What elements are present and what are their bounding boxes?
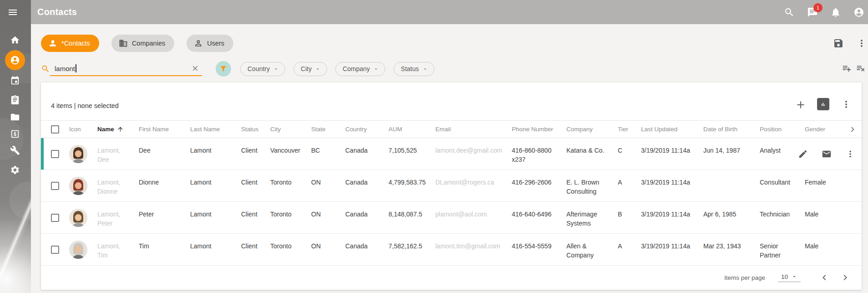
- cell-last-updated: 3/19/2019 11:14a: [641, 170, 703, 201]
- kebab-icon: [845, 149, 855, 159]
- column-header-status[interactable]: Status: [241, 126, 270, 133]
- column-header-position[interactable]: Position: [760, 126, 805, 133]
- column-header-tier[interactable]: Tier: [618, 126, 641, 133]
- account-icon[interactable]: [853, 7, 864, 18]
- chart-view-button[interactable]: [817, 98, 829, 110]
- table-row[interactable]: Lamont, TimTimLamontClientTorontoONCanad…: [41, 234, 862, 266]
- table-row[interactable]: Lamont, DeeDeeLamontClientVancouverBCCan…: [41, 138, 862, 170]
- row-checkbox[interactable]: [51, 182, 59, 190]
- playlist-remove-button[interactable]: [856, 63, 866, 73]
- sidebar-item-tools[interactable]: [5, 140, 25, 160]
- caret-down-icon: [273, 66, 279, 72]
- items-per-page-value: 10: [781, 273, 788, 280]
- view-overflow-menu-button[interactable]: [856, 38, 867, 49]
- row-overflow-menu-button[interactable]: [845, 149, 855, 159]
- tab-companies[interactable]: Companies: [111, 35, 174, 52]
- filter-dropdown-city[interactable]: City: [293, 62, 327, 76]
- cell-city: Vancouver: [270, 138, 311, 170]
- cell-name: Lamont, Dionne: [97, 170, 139, 201]
- column-header-state[interactable]: State: [311, 126, 345, 133]
- cell-tier: A: [618, 170, 641, 201]
- row-checkbox[interactable]: [51, 214, 59, 222]
- hamburger-menu-icon[interactable]: [7, 7, 18, 18]
- clipboard-icon: [10, 95, 20, 105]
- filter-dropdown-status[interactable]: Status: [394, 62, 434, 76]
- cell-country: Canada: [345, 170, 389, 201]
- column-header-email[interactable]: Email: [435, 126, 512, 133]
- search-input[interactable]: lamont: [50, 62, 202, 76]
- column-header-city[interactable]: City: [270, 126, 311, 133]
- select-all-checkbox[interactable]: [51, 125, 59, 134]
- cell-last-updated: 3/19/2019 11:14a: [641, 202, 703, 233]
- cell-last-name: Lamont: [190, 138, 241, 170]
- table-row[interactable]: Lamont, DionneDionneLamontClientTorontoO…: [41, 170, 862, 202]
- items-per-page-label: Items per page: [724, 274, 765, 281]
- cell-status: Client: [241, 202, 270, 233]
- tab-contacts[interactable]: *Contacts: [41, 35, 99, 52]
- column-header-aum[interactable]: AUM: [389, 126, 435, 133]
- calendar-icon: [10, 76, 20, 86]
- add-contact-button[interactable]: [795, 99, 806, 110]
- cell-tier: C: [618, 138, 641, 170]
- filter-button[interactable]: [216, 61, 231, 77]
- cell-email: DLamont@rogers.ca: [435, 170, 512, 201]
- chat-icon[interactable]: 1: [807, 7, 818, 18]
- tab-label: Users: [207, 40, 224, 47]
- column-header-icon[interactable]: Icon: [69, 126, 97, 133]
- cell-country: Canada: [345, 138, 389, 170]
- cell-phone: 416-554-5559: [512, 234, 566, 265]
- playlist-add-button[interactable]: [842, 63, 852, 73]
- bar-chart-icon: [820, 100, 827, 109]
- svg-text:$: $: [14, 131, 16, 137]
- list-overflow-menu-button[interactable]: [841, 99, 852, 110]
- page-title: Contacts: [37, 0, 77, 24]
- cell-position: Technician: [760, 202, 805, 233]
- column-header-first-name[interactable]: First Name: [139, 126, 190, 133]
- column-header-last-updated[interactable]: Last Updated: [641, 126, 703, 133]
- table-row[interactable]: Lamont, PeterPeterLamontClientTorontoONC…: [41, 202, 862, 234]
- save-button[interactable]: [833, 38, 844, 49]
- email-contact-button[interactable]: [822, 149, 832, 159]
- column-header-gender[interactable]: Gender: [805, 126, 848, 133]
- cell-status: Client: [241, 234, 270, 265]
- sidebar-item-contacts[interactable]: [5, 50, 25, 70]
- search-icon[interactable]: [784, 7, 795, 18]
- cell-company: E. L. Brown Consulting: [566, 170, 618, 201]
- previous-page-button[interactable]: [819, 272, 830, 283]
- notifications-bell-icon[interactable]: [830, 7, 841, 18]
- cell-last-updated: 3/19/2019 11:14a: [641, 234, 703, 265]
- items-per-page-select[interactable]: 10: [778, 273, 801, 282]
- edit-contact-button[interactable]: [798, 149, 808, 159]
- column-header-country[interactable]: Country: [345, 126, 389, 133]
- cell-aum: 7,105,525: [389, 138, 435, 170]
- cell-gender: Female: [805, 170, 848, 201]
- caret-down-icon: [373, 66, 379, 72]
- sidebar-item-calendar[interactable]: [5, 71, 25, 91]
- filter-dropdown-company[interactable]: Company: [335, 62, 385, 76]
- tab-label: *Contacts: [61, 40, 90, 47]
- tab-users[interactable]: Users: [187, 35, 233, 52]
- sidebar-item-home[interactable]: [5, 30, 25, 50]
- cell-name: Lamont, Peter: [97, 202, 139, 233]
- column-header-date-of-birth[interactable]: Date of Birth: [703, 126, 760, 133]
- row-checkbox[interactable]: [51, 246, 59, 254]
- next-page-button[interactable]: [840, 272, 851, 283]
- contact-avatar: [69, 177, 87, 195]
- column-header-last-name[interactable]: Last Name: [190, 126, 241, 133]
- cell-aum: 7,582,162.5: [389, 234, 435, 265]
- columns-scroll-right-icon[interactable]: [848, 124, 858, 134]
- clear-search-button[interactable]: [191, 64, 199, 72]
- person-circle-icon: [10, 55, 20, 65]
- column-header-name[interactable]: Name: [97, 126, 139, 133]
- cell-city: Toronto: [270, 202, 311, 233]
- cell-date-of-birth: Apr 6, 1985: [703, 202, 760, 233]
- mail-icon: [822, 149, 832, 159]
- column-header-company[interactable]: Company: [566, 126, 618, 133]
- sidebar-item-settings[interactable]: [5, 160, 25, 180]
- contact-avatar: [69, 145, 87, 163]
- entity-tabs: *ContactsCompaniesUsers: [41, 35, 233, 52]
- filter-label: Country: [247, 65, 270, 72]
- row-checkbox[interactable]: [51, 150, 59, 158]
- column-header-phone-number[interactable]: Phone Number: [512, 126, 566, 133]
- filter-dropdown-country[interactable]: Country: [240, 62, 285, 76]
